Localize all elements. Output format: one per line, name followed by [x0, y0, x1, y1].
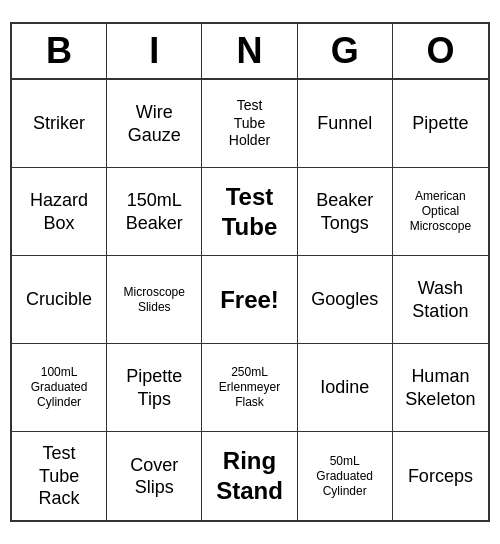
bingo-cell[interactable]: Striker	[12, 80, 107, 168]
bingo-cell[interactable]: TestTubeHolder	[202, 80, 297, 168]
cell-label: RingStand	[216, 446, 283, 506]
header-letter: B	[12, 24, 107, 78]
cell-label: Striker	[33, 112, 85, 135]
cell-label: 50mLGraduatedCylinder	[316, 454, 373, 499]
cell-label: Googles	[311, 288, 378, 311]
header-letter: O	[393, 24, 488, 78]
cell-label: Forceps	[408, 465, 473, 488]
bingo-cell[interactable]: CoverSlips	[107, 432, 202, 520]
cell-label: HumanSkeleton	[405, 365, 475, 410]
bingo-cell[interactable]: WashStation	[393, 256, 488, 344]
bingo-cell[interactable]: 150mLBeaker	[107, 168, 202, 256]
header-letter: N	[202, 24, 297, 78]
bingo-cell[interactable]: BeakerTongs	[298, 168, 393, 256]
bingo-cell[interactable]: Forceps	[393, 432, 488, 520]
bingo-cell[interactable]: MicroscopeSlides	[107, 256, 202, 344]
bingo-cell[interactable]: PipetteTips	[107, 344, 202, 432]
header-letter: G	[298, 24, 393, 78]
bingo-cell[interactable]: TestTubeRack	[12, 432, 107, 520]
bingo-cell[interactable]: Googles	[298, 256, 393, 344]
bingo-header: BINGO	[12, 24, 488, 80]
bingo-cell[interactable]: RingStand	[202, 432, 297, 520]
bingo-cell[interactable]: HumanSkeleton	[393, 344, 488, 432]
bingo-cell[interactable]: Pipette	[393, 80, 488, 168]
bingo-cell[interactable]: 50mLGraduatedCylinder	[298, 432, 393, 520]
bingo-cell[interactable]: 250mLErlenmeyerFlask	[202, 344, 297, 432]
cell-label: MicroscopeSlides	[124, 285, 185, 315]
cell-label: Crucible	[26, 288, 92, 311]
cell-label: TestTube	[222, 182, 278, 242]
bingo-cell[interactable]: 100mLGraduatedCylinder	[12, 344, 107, 432]
cell-label: Iodine	[320, 376, 369, 399]
cell-label: CoverSlips	[130, 454, 178, 499]
bingo-cell[interactable]: Iodine	[298, 344, 393, 432]
cell-label: WashStation	[412, 277, 468, 322]
bingo-cell[interactable]: TestTube	[202, 168, 297, 256]
cell-label: Pipette	[412, 112, 468, 135]
cell-label: BeakerTongs	[316, 189, 373, 234]
bingo-cell[interactable]: AmericanOpticalMicroscope	[393, 168, 488, 256]
cell-label: 100mLGraduatedCylinder	[31, 365, 88, 410]
bingo-cell[interactable]: Funnel	[298, 80, 393, 168]
cell-label: 150mLBeaker	[126, 189, 183, 234]
cell-label: TestTubeRack	[39, 442, 80, 510]
cell-label: PipetteTips	[126, 365, 182, 410]
cell-label: Free!	[220, 285, 279, 315]
cell-label: WireGauze	[128, 101, 181, 146]
bingo-cell[interactable]: Crucible	[12, 256, 107, 344]
header-letter: I	[107, 24, 202, 78]
cell-label: 250mLErlenmeyerFlask	[219, 365, 280, 410]
bingo-cell[interactable]: HazardBox	[12, 168, 107, 256]
cell-label: AmericanOpticalMicroscope	[410, 189, 471, 234]
cell-label: Funnel	[317, 112, 372, 135]
bingo-grid: StrikerWireGauzeTestTubeHolderFunnelPipe…	[12, 80, 488, 520]
cell-label: TestTubeHolder	[229, 97, 270, 150]
cell-label: HazardBox	[30, 189, 88, 234]
bingo-card: BINGO StrikerWireGauzeTestTubeHolderFunn…	[10, 22, 490, 522]
bingo-cell[interactable]: WireGauze	[107, 80, 202, 168]
bingo-cell[interactable]: Free!	[202, 256, 297, 344]
